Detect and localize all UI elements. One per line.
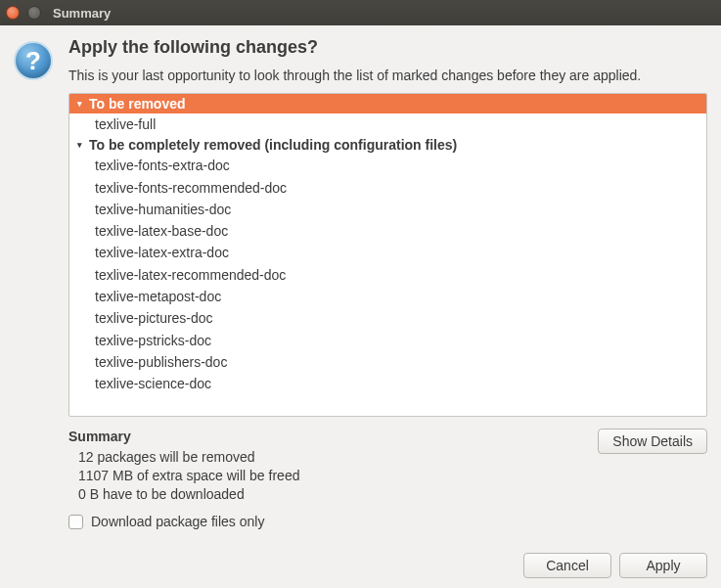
package-item[interactable]: texlive-pstricks-doc <box>69 330 706 351</box>
changes-tree[interactable]: ▾To be removedtexlive-full▾To be complet… <box>68 93 707 417</box>
titlebar: Summary <box>0 0 721 25</box>
section-header[interactable]: ▾To be completely removed (including con… <box>69 135 706 155</box>
summary-body: 12 packages will be removed 1107 MB of e… <box>78 448 299 504</box>
package-item[interactable]: texlive-science-doc <box>69 373 706 394</box>
summary-line-download: 0 B have to be downloaded <box>78 485 299 504</box>
chevron-down-icon: ▾ <box>77 140 87 150</box>
package-item[interactable]: texlive-latex-extra-doc <box>69 242 706 263</box>
download-only-label: Download package files only <box>91 514 264 529</box>
package-item[interactable]: texlive-metapost-doc <box>69 286 706 307</box>
main-column: Apply the following changes? This is you… <box>68 37 707 578</box>
question-icon: ? <box>14 41 53 80</box>
package-item[interactable]: texlive-humanities-doc <box>69 199 706 220</box>
summary-line-freed: 1107 MB of extra space will be freed <box>78 467 299 485</box>
package-item[interactable]: texlive-publishers-doc <box>69 351 706 373</box>
package-item[interactable]: texlive-fonts-recommended-doc <box>69 177 706 199</box>
download-only-checkbox[interactable] <box>68 515 83 529</box>
package-item[interactable]: texlive-fonts-extra-doc <box>69 155 706 176</box>
dialog-heading: Apply the following changes? <box>68 37 707 58</box>
apply-button[interactable]: Apply <box>619 553 707 578</box>
show-details-button[interactable]: Show Details <box>598 429 707 454</box>
chevron-down-icon: ▾ <box>77 99 87 109</box>
dialog-body: ? Apply the following changes? This is y… <box>0 25 721 588</box>
minimize-icon[interactable] <box>27 6 41 20</box>
package-item[interactable]: texlive-latex-base-doc <box>69 220 706 242</box>
icon-column: ? <box>14 37 57 578</box>
package-item[interactable]: texlive-full <box>69 113 706 135</box>
action-row: Cancel Apply <box>68 553 707 578</box>
cancel-button[interactable]: Cancel <box>523 553 611 578</box>
package-item[interactable]: texlive-pictures-doc <box>69 307 706 329</box>
close-icon[interactable] <box>6 6 20 20</box>
section-label: To be completely removed (including conf… <box>89 137 457 153</box>
download-only-row: Download package files only <box>68 514 707 529</box>
dialog-subtext: This is your last opportunity to look th… <box>68 68 707 83</box>
summary-row: Summary 12 packages will be removed 1107… <box>68 429 707 504</box>
section-header[interactable]: ▾To be removed <box>69 94 706 113</box>
summary-label: Summary <box>68 429 299 444</box>
window-title: Summary <box>53 6 111 21</box>
section-label: To be removed <box>89 96 186 112</box>
summary-line-removed: 12 packages will be removed <box>78 448 299 467</box>
package-item[interactable]: texlive-latex-recommended-doc <box>69 264 706 286</box>
